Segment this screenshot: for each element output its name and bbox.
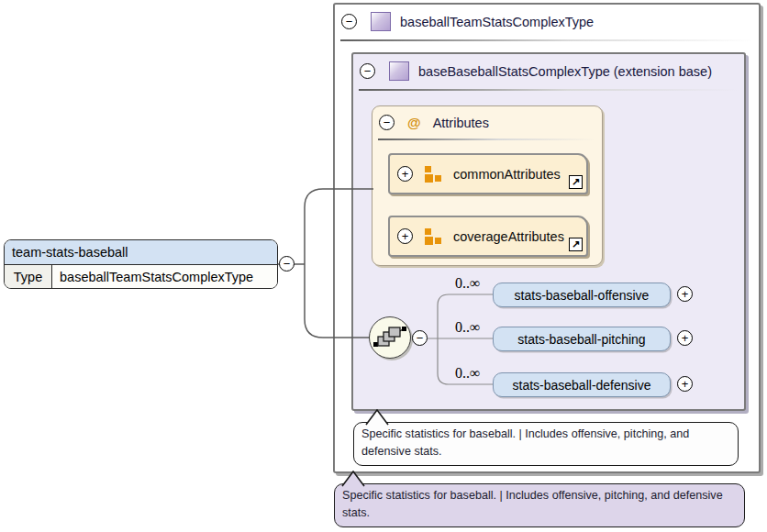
element-name-row: team-stats-baseball xyxy=(5,240,277,265)
header-divider xyxy=(359,89,739,91)
expand-toggle-icon[interactable]: + xyxy=(677,286,693,302)
attributes-title: Attributes xyxy=(433,116,489,130)
expand-toggle-icon[interactable]: + xyxy=(677,376,693,392)
header-divider xyxy=(378,139,596,140)
attribute-group-common[interactable]: + commonAttributes ↗ xyxy=(388,153,588,194)
cardinality-label: 0..∞ xyxy=(455,319,480,336)
sequence-collapse-toggle-icon[interactable]: − xyxy=(412,330,428,346)
type-value: baseballTeamStatsComplexType xyxy=(52,265,277,288)
complex-type-icon xyxy=(371,12,391,31)
complex-type-header: − baseballTeamStatsComplexType xyxy=(335,5,759,39)
element-type-row: Type baseballTeamStatsComplexType xyxy=(5,265,277,288)
goto-definition-icon[interactable]: ↗ xyxy=(569,238,583,251)
attribute-group-icon xyxy=(425,166,441,183)
annotation-text: Specific statistics for baseball. | Incl… xyxy=(361,427,689,458)
element-name: team-stats-baseball xyxy=(12,245,128,260)
annotation-inner: Specific statistics for baseball. | Incl… xyxy=(353,422,739,466)
attribute-at-icon: @ xyxy=(407,115,421,130)
element-collapse-toggle-icon[interactable]: − xyxy=(279,256,295,272)
element-stats-baseball-pitching[interactable]: stats-baseball-pitching xyxy=(493,327,671,351)
type-label: Type xyxy=(5,265,52,288)
attribute-group-icon xyxy=(425,228,441,245)
element-stats-baseball-offensive[interactable]: stats-baseball-offensive xyxy=(493,283,671,307)
extension-base-header: − baseBaseballStatsComplexType (extensio… xyxy=(353,54,744,88)
cardinality-label: 0..∞ xyxy=(455,275,480,292)
attribute-group-label: commonAttributes xyxy=(453,167,561,182)
sequence-compositor[interactable] xyxy=(369,316,411,359)
collapse-toggle-icon[interactable]: − xyxy=(360,63,375,79)
attribute-group-label: coverageAttributes xyxy=(453,229,564,244)
annotation-pointer xyxy=(341,471,365,487)
attributes-header: − @ Attributes xyxy=(372,106,602,139)
annotation-text: Specific statistics for baseball. | Incl… xyxy=(342,489,723,519)
goto-definition-icon[interactable]: ↗ xyxy=(569,175,583,189)
element-team-stats-baseball[interactable]: team-stats-baseball Type baseballTeamSta… xyxy=(4,239,278,289)
schema-diagram-canvas: − baseballTeamStatsComplexType − baseBas… xyxy=(0,0,767,532)
expand-toggle-icon[interactable]: + xyxy=(677,330,693,346)
extension-base-title: baseBaseballStatsComplexType (extension … xyxy=(418,64,712,79)
cardinality-label: 0..∞ xyxy=(455,365,480,382)
annotation-pointer xyxy=(365,409,389,426)
complex-type-icon xyxy=(389,61,409,81)
sequence-icon xyxy=(370,317,409,357)
element-stats-baseball-defensive[interactable]: stats-baseball-defensive xyxy=(493,372,671,397)
expand-toggle-icon[interactable]: + xyxy=(397,228,413,244)
collapse-toggle-icon[interactable]: − xyxy=(379,115,395,130)
expand-toggle-icon[interactable]: + xyxy=(397,166,413,182)
collapse-toggle-icon[interactable]: − xyxy=(341,14,357,29)
annotation-outer: Specific statistics for baseball. | Incl… xyxy=(334,483,745,527)
header-divider xyxy=(340,39,753,41)
attribute-group-coverage[interactable]: + coverageAttributes ↗ xyxy=(388,216,588,257)
complex-type-title: baseballTeamStatsComplexType xyxy=(400,15,594,29)
